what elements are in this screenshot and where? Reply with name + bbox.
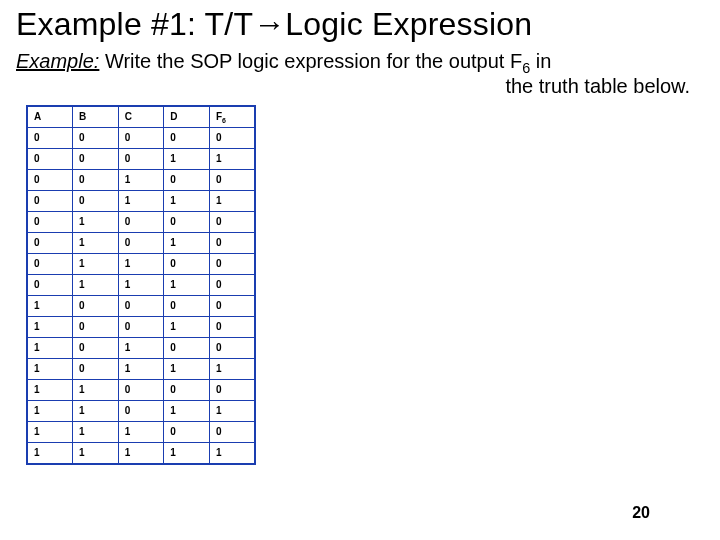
col-header: F6	[209, 106, 255, 128]
table-row: 11011	[27, 401, 255, 422]
table-cell: 1	[164, 191, 210, 212]
table-cell: 0	[164, 212, 210, 233]
table-cell: 0	[27, 149, 73, 170]
table-cell: 1	[118, 275, 164, 296]
table-cell: 0	[209, 338, 255, 359]
table-cell: 1	[27, 422, 73, 443]
table-cell: 0	[209, 317, 255, 338]
table-cell: 0	[118, 401, 164, 422]
table-cell: 0	[209, 422, 255, 443]
table-cell: 0	[27, 233, 73, 254]
table-cell: 1	[164, 443, 210, 465]
table-cell: 0	[73, 170, 119, 191]
table-cell: 0	[27, 170, 73, 191]
col-header: D	[164, 106, 210, 128]
table-cell: 1	[118, 422, 164, 443]
table-cell: 0	[27, 191, 73, 212]
slide-subtitle: Example: Write the SOP logic expression …	[16, 49, 704, 99]
table-cell: 1	[73, 212, 119, 233]
table-cell: 1	[27, 338, 73, 359]
table-cell: 1	[73, 233, 119, 254]
table-row: 10010	[27, 317, 255, 338]
table-row: 01100	[27, 254, 255, 275]
col-header: A	[27, 106, 73, 128]
table-cell: 0	[118, 317, 164, 338]
table-cell: 1	[118, 191, 164, 212]
table-body: 0000000011001000011101000010100110001110…	[27, 128, 255, 465]
table-row: 11100	[27, 422, 255, 443]
table-cell: 1	[73, 443, 119, 465]
table-cell: 1	[73, 380, 119, 401]
table-cell: 0	[27, 128, 73, 149]
table-row: 10111	[27, 359, 255, 380]
table-cell: 0	[73, 128, 119, 149]
table-cell: 1	[209, 443, 255, 465]
table-cell: 0	[73, 359, 119, 380]
table-row: 00100	[27, 170, 255, 191]
table-cell: 0	[118, 296, 164, 317]
table-cell: 0	[209, 380, 255, 401]
table-cell: 0	[164, 296, 210, 317]
table-row: 01010	[27, 233, 255, 254]
subtitle-lead: Example:	[16, 50, 99, 72]
table-row: 00111	[27, 191, 255, 212]
table-cell: 0	[118, 149, 164, 170]
table-cell: 0	[73, 338, 119, 359]
table-cell: 1	[164, 317, 210, 338]
table-cell: 1	[209, 401, 255, 422]
table-row: 10000	[27, 296, 255, 317]
table-cell: 1	[164, 149, 210, 170]
table-cell: 0	[118, 128, 164, 149]
table-row: 11000	[27, 380, 255, 401]
table-cell: 0	[209, 212, 255, 233]
table-row: 00011	[27, 149, 255, 170]
table-cell: 0	[209, 233, 255, 254]
table-cell: 0	[209, 275, 255, 296]
table-cell: 0	[118, 380, 164, 401]
table-cell: 0	[73, 296, 119, 317]
table-cell: 1	[27, 380, 73, 401]
table-cell: 0	[209, 254, 255, 275]
table-cell: 0	[164, 170, 210, 191]
table-cell: 1	[27, 401, 73, 422]
subtitle-text-2: in	[530, 50, 551, 72]
table-cell: 1	[209, 359, 255, 380]
table-cell: 1	[164, 275, 210, 296]
table-cell: 1	[27, 296, 73, 317]
table-row: 01000	[27, 212, 255, 233]
table-cell: 0	[73, 191, 119, 212]
table-cell: 1	[73, 254, 119, 275]
table-cell: 0	[118, 233, 164, 254]
table-row: 10100	[27, 338, 255, 359]
table-row: 00000	[27, 128, 255, 149]
page-number: 20	[632, 504, 650, 522]
table-header-row: A B C D F6	[27, 106, 255, 128]
table-cell: 0	[27, 275, 73, 296]
table-cell: 0	[73, 149, 119, 170]
table-cell: 0	[27, 212, 73, 233]
table-cell: 1	[118, 359, 164, 380]
table-cell: 1	[73, 422, 119, 443]
table-cell: 0	[73, 317, 119, 338]
table-cell: 0	[164, 422, 210, 443]
table-cell: 1	[164, 233, 210, 254]
truth-table: A B C D F6 00000000110010000111010000101…	[26, 105, 256, 465]
table-cell: 1	[118, 443, 164, 465]
table-cell: 0	[209, 170, 255, 191]
table-cell: 1	[27, 443, 73, 465]
table-cell: 0	[164, 338, 210, 359]
table-cell: 1	[27, 359, 73, 380]
table-cell: 1	[118, 254, 164, 275]
table-cell: 0	[164, 128, 210, 149]
table-cell: 1	[164, 359, 210, 380]
table-cell: 0	[27, 254, 73, 275]
table-cell: 0	[164, 380, 210, 401]
table-cell: 1	[209, 149, 255, 170]
table-cell: 1	[209, 191, 255, 212]
subtitle-text-1: Write the SOP logic expression for the o…	[99, 50, 522, 72]
table-cell: 1	[118, 170, 164, 191]
table-cell: 1	[27, 317, 73, 338]
table-cell: 0	[164, 254, 210, 275]
table-cell: 1	[73, 275, 119, 296]
slide-title: Example #1: T/T→Logic Expression	[16, 6, 704, 43]
